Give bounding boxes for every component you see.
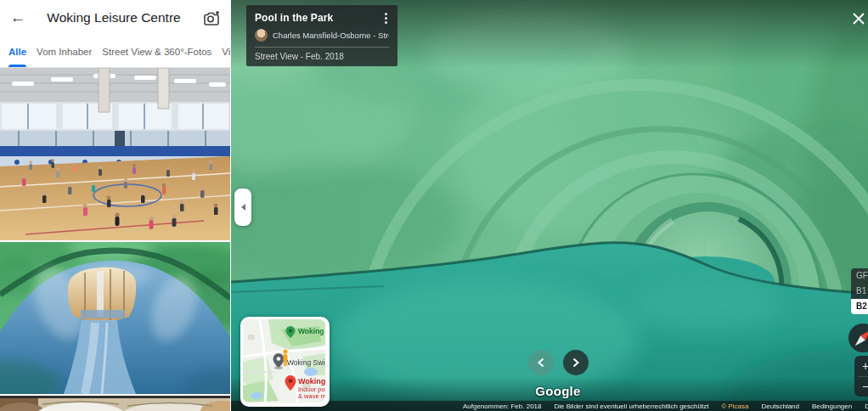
- photo-thumbnail-slide[interactable]: [0, 242, 230, 394]
- floor-b1[interactable]: B1: [851, 284, 868, 299]
- next-photo-button[interactable]: [563, 350, 589, 375]
- tab-vom-inhaber[interactable]: Vom Inhaber: [37, 36, 92, 67]
- chevron-left-icon: [238, 204, 245, 211]
- back-button[interactable]: ←: [0, 0, 36, 36]
- sports-hall-image: [0, 68, 230, 240]
- street-view-panorama[interactable]: Pool in the Park Charles Mansfield-Osbor…: [231, 0, 868, 411]
- slide-image: [0, 242, 230, 394]
- photos-sidebar: ← Woking Leisure Centre Alle Vom Inhaber…: [0, 0, 231, 411]
- capture-date: Aufgenommen: Feb. 2018: [463, 403, 542, 410]
- google-watermark: Google: [528, 384, 588, 398]
- photo-viewer: ← Woking Leisure Centre Alle Vom Inhaber…: [0, 0, 868, 411]
- tab-street-view-360[interactable]: Street View & 360°-Fotos: [102, 36, 211, 67]
- zoom-control: + −: [854, 356, 868, 397]
- chevron-right-icon: [572, 358, 580, 368]
- photo-filter-tabs: Alle Vom Inhaber Street View & 360°-Foto…: [0, 36, 231, 68]
- zoom-in-button[interactable]: +: [854, 356, 868, 376]
- floor-gf[interactable]: GF: [851, 268, 868, 284]
- floor-picker: GF B1 B2: [851, 268, 868, 314]
- close-button[interactable]: [849, 9, 868, 28]
- pool-image: [0, 396, 230, 411]
- place-title: Woking Leisure Centre: [36, 10, 192, 25]
- photo-title: Pool in the Park: [255, 12, 383, 24]
- chevron-left-icon: [537, 358, 545, 368]
- compass-control[interactable]: [848, 323, 868, 353]
- add-photo-button[interactable]: [192, 0, 231, 36]
- author-avatar: [255, 29, 268, 42]
- privacy-link[interactable]: Datenschutz: [865, 403, 868, 410]
- minimap-label-place-line2: & wave ma: [298, 392, 325, 400]
- copyright-notice: Die Bilder sind eventuell urheberrechtli…: [555, 403, 709, 410]
- terms-link[interactable]: Bedingungen: [812, 403, 852, 410]
- sidebar-header: ← Woking Leisure Centre: [0, 0, 231, 36]
- photo-thumbnail-sports-hall[interactable]: [0, 68, 230, 240]
- zoom-out-button[interactable]: −: [854, 377, 868, 397]
- photo-source-date: Street View - Feb. 2018: [255, 52, 389, 61]
- previous-photo-button[interactable]: [528, 350, 554, 375]
- tab-alle[interactable]: Alle: [8, 36, 26, 67]
- country-label: Deutschland: [762, 403, 799, 410]
- minimap-canvas: Woking P Woking Swim Woking: [243, 319, 325, 403]
- compass-icon: [848, 323, 868, 353]
- sidebar-collapse-handle[interactable]: [234, 189, 251, 226]
- card-divider: [255, 47, 389, 48]
- add-a-photo-icon: [203, 10, 221, 26]
- minimap-label-park: Woking P: [298, 327, 325, 335]
- photo-info-card: Pool in the Park Charles Mansfield-Osbor…: [246, 5, 397, 66]
- tab-videos[interactable]: Vi: [222, 36, 230, 67]
- picasa-credit[interactable]: © Picasa: [721, 403, 748, 410]
- minimap-label-swim: Woking Swim: [287, 358, 325, 367]
- close-icon: [852, 12, 865, 25]
- more-options-button[interactable]: [383, 12, 389, 25]
- photo-thumbnail-pool[interactable]: [0, 396, 230, 411]
- minimap[interactable]: Woking P Woking Swim Woking: [240, 317, 330, 407]
- author-name: Charles Mansfield-Osborne - StreetVisit: [273, 31, 389, 40]
- minimap-label-place: Woking: [298, 377, 325, 386]
- floor-b2[interactable]: B2: [851, 299, 868, 314]
